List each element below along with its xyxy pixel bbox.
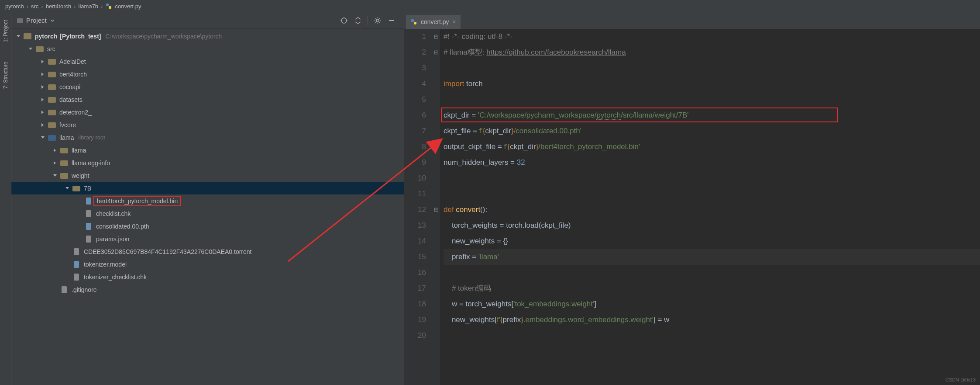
chevron-right-icon (40, 97, 45, 102)
svg-rect-26 (86, 236, 91, 243)
file-icon (60, 286, 68, 294)
tree-folder[interactable]: llama (11, 144, 404, 156)
svg-rect-14 (48, 84, 56, 90)
tree-folder[interactable]: weight (11, 169, 404, 182)
file-icon (85, 197, 93, 205)
tree-file[interactable]: CDEE3052D85C697B84F4C1192F43A2276C0DAEA0… (11, 245, 404, 258)
svg-rect-31 (411, 19, 414, 22)
svg-rect-15 (48, 97, 56, 103)
tool-window-bar: 1: Project 7: Structure (0, 12, 11, 385)
breadcrumb[interactable]: pytorch› src› bert4torch› llama7b› conve… (0, 0, 980, 12)
svg-rect-28 (74, 261, 79, 268)
python-file-icon (410, 18, 417, 25)
svg-rect-22 (72, 186, 80, 191)
close-icon[interactable]: × (453, 18, 456, 25)
tool-tab-structure[interactable]: 7: Structure (1, 57, 10, 93)
tree-file[interactable]: tokenizer.model (11, 258, 404, 271)
folder-icon (60, 172, 68, 180)
tree-folder[interactable]: src (11, 42, 404, 55)
svg-rect-24 (86, 210, 91, 217)
folder-icon (72, 184, 80, 192)
chevron-down-icon (65, 186, 70, 191)
library-folder-icon (48, 134, 56, 142)
tree-folder[interactable]: AdelaiDet (11, 55, 404, 68)
annotation-box (441, 108, 838, 122)
tree-file[interactable]: bert4torch_pytorch_model.bin (11, 194, 404, 207)
chevron-right-icon (40, 110, 45, 115)
svg-rect-25 (86, 223, 91, 230)
svg-rect-21 (60, 173, 68, 179)
chevron-right-icon (52, 160, 58, 166)
svg-rect-10 (24, 33, 31, 39)
tree-file[interactable]: tokenizer_checklist.chk (11, 271, 404, 283)
collapse-icon[interactable] (353, 15, 363, 26)
python-file-icon (105, 3, 112, 10)
file-icon (85, 222, 93, 230)
json-file-icon (85, 235, 93, 243)
svg-rect-2 (17, 18, 23, 23)
tree-file[interactable]: consolidated.00.pth (11, 220, 404, 232)
folder-icon (48, 121, 56, 129)
code-editor[interactable]: 12345 678910 1112131415 1617181920 ⊟⊟ ⊟ … (404, 29, 980, 385)
tree-folder[interactable]: bert4torch (11, 68, 404, 80)
tree-folder[interactable]: fvcore (11, 118, 404, 131)
chevron-down-icon[interactable] (50, 18, 55, 23)
folder-icon (48, 83, 56, 91)
svg-rect-32 (414, 22, 416, 24)
svg-rect-16 (48, 110, 56, 115)
editor-tab[interactable]: convert.py × (406, 15, 461, 29)
folder-icon (48, 70, 56, 78)
chevron-right-icon (52, 148, 58, 153)
svg-rect-23 (86, 198, 91, 205)
fold-gutter: ⊟⊟ ⊟ (432, 29, 440, 385)
svg-rect-0 (106, 3, 109, 6)
file-icon (72, 248, 80, 256)
tree-folder[interactable]: llama.egg-info (11, 156, 404, 169)
settings-icon[interactable] (372, 15, 383, 26)
tree-folder[interactable]: detectron2_ (11, 106, 404, 118)
svg-rect-9 (389, 20, 394, 21)
chevron-down-icon (52, 173, 58, 178)
tree-file[interactable]: checklist.chk (11, 207, 404, 220)
chevron-right-icon (40, 59, 45, 64)
svg-rect-12 (48, 59, 56, 65)
chevron-right-icon (40, 84, 45, 90)
editor-tabs: convert.py × (404, 12, 980, 29)
file-icon (72, 273, 80, 281)
svg-point-3 (341, 18, 347, 23)
module-icon (24, 32, 31, 40)
svg-rect-11 (36, 46, 44, 52)
file-icon (85, 210, 93, 218)
tree-folder[interactable]: cocoapi (11, 80, 404, 93)
folder-icon (48, 96, 56, 104)
tree-file[interactable]: params.json (11, 232, 404, 245)
svg-rect-20 (60, 160, 68, 166)
svg-rect-18 (48, 135, 56, 141)
folder-icon (36, 45, 44, 53)
svg-rect-13 (48, 72, 56, 77)
tool-tab-project[interactable]: 1: Project (1, 16, 10, 47)
tree-folder[interactable]: datasets (11, 93, 404, 106)
watermark: CSDN @0x13 (946, 377, 976, 382)
editor-area: convert.py × 12345 678910 1112131415 161… (404, 12, 980, 385)
chevron-down-icon (16, 34, 21, 39)
locate-icon[interactable] (339, 15, 349, 26)
tree-root[interactable]: pytorch [Pytorch_test] C:\workspace\pych… (11, 30, 404, 42)
file-icon (72, 260, 80, 268)
svg-rect-27 (74, 248, 79, 255)
chevron-down-icon (28, 46, 33, 52)
project-tree[interactable]: pytorch [Pytorch_test] C:\workspace\pych… (11, 29, 404, 385)
svg-rect-1 (109, 6, 111, 9)
svg-rect-19 (60, 148, 68, 153)
hide-icon[interactable] (386, 15, 397, 26)
tree-file[interactable]: .gitignore (11, 283, 404, 296)
chevron-right-icon (40, 122, 45, 128)
svg-point-8 (376, 19, 379, 22)
chevron-down-icon (40, 135, 45, 140)
line-gutter: 12345 678910 1112131415 1617181920 (404, 29, 432, 385)
folder-icon (60, 159, 68, 167)
tree-folder[interactable]: llamalibrary root (11, 131, 404, 144)
tree-folder[interactable]: 7B (11, 182, 404, 194)
chevron-right-icon (40, 72, 45, 77)
folder-icon (60, 146, 68, 154)
